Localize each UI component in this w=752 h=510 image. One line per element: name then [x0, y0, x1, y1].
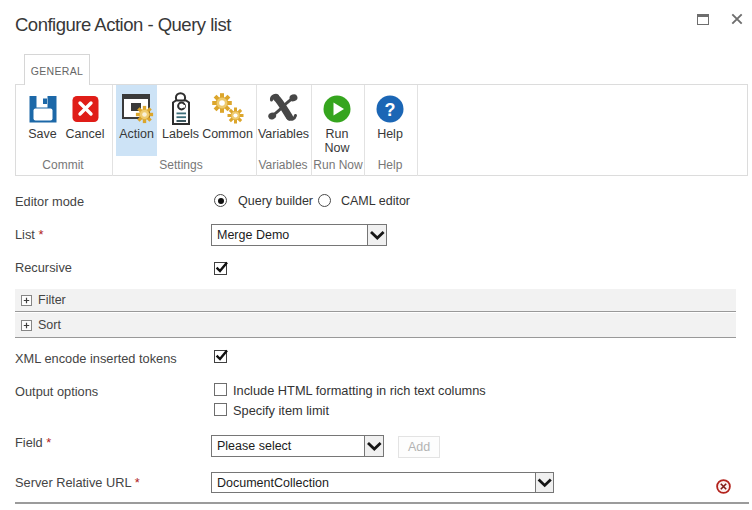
- svg-text:?: ?: [385, 100, 396, 120]
